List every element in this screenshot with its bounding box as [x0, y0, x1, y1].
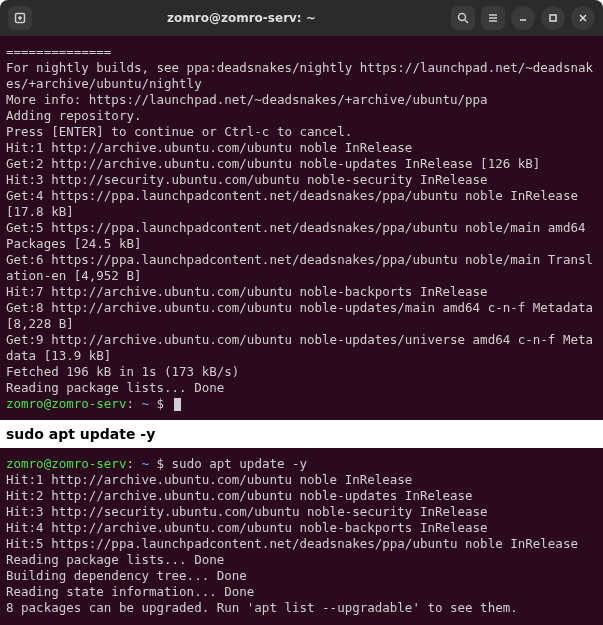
terminal-line: Hit:1 http://archive.ubuntu.com/ubuntu n…: [6, 140, 597, 156]
minimize-button[interactable]: [511, 6, 535, 30]
terminal-line: Get:5 https://ppa.launchpadcontent.net/d…: [6, 220, 597, 252]
menu-button[interactable]: [481, 6, 505, 30]
svg-point-3: [459, 14, 466, 21]
prompt-user: zomro@zomro-serv: [6, 396, 126, 411]
maximize-button[interactable]: [541, 6, 565, 30]
prompt-path: ~: [134, 396, 149, 411]
terminal-line: Get:6 https://ppa.launchpadcontent.net/d…: [6, 252, 597, 284]
svg-rect-9: [550, 15, 556, 21]
terminal-line: Building dependency tree... Done: [6, 568, 597, 584]
terminal-line: Adding repository.: [6, 108, 597, 124]
terminal-line: Hit:3 http://security.ubuntu.com/ubuntu …: [6, 504, 597, 520]
terminal-line: More info: https://launchpad.net/~deadsn…: [6, 92, 597, 108]
prompt-user: zomro@zomro-serv: [6, 456, 126, 471]
terminal-line: Get:4 https://ppa.launchpadcontent.net/d…: [6, 188, 597, 220]
terminal-line: Reading state information... Done: [6, 584, 597, 600]
window-title: zomro@zomro-serv: ~: [38, 11, 445, 25]
prompt-line: zomro@zomro-serv: ~ $ sudo apt update -y: [6, 456, 597, 472]
terminal-line: Hit:7 http://archive.ubuntu.com/ubuntu n…: [6, 284, 597, 300]
terminal-line: ==============: [6, 44, 597, 60]
terminal-line: Press [ENTER] to continue or Ctrl-c to c…: [6, 124, 597, 140]
terminal-line: For nightly builds, see ppa:deadsnakes/n…: [6, 60, 597, 92]
terminal-line: 8 packages can be upgraded. Run 'apt lis…: [6, 600, 597, 616]
terminal-line: Get:2 http://archive.ubuntu.com/ubuntu n…: [6, 156, 597, 172]
terminal-line: Hit:3 http://security.ubuntu.com/ubuntu …: [6, 172, 597, 188]
prompt-line[interactable]: zomro@zomro-serv: ~ $: [6, 396, 597, 412]
terminal-line: Hit:5 https://ppa.launchpadcontent.net/d…: [6, 536, 597, 552]
section-heading: sudo apt update -y: [0, 420, 603, 448]
terminal-line: Hit:4 http://archive.ubuntu.com/ubuntu n…: [6, 520, 597, 536]
terminal-line: Reading package lists... Done: [6, 380, 597, 396]
search-button[interactable]: [451, 6, 475, 30]
svg-line-4: [465, 20, 468, 23]
terminal-line: Hit:2 http://archive.ubuntu.com/ubuntu n…: [6, 488, 597, 504]
terminal-line: Get:9 http://archive.ubuntu.com/ubuntu n…: [6, 332, 597, 364]
titlebar: zomro@zomro-serv: ~: [0, 0, 603, 36]
close-button[interactable]: [571, 6, 595, 30]
command-text: sudo apt update -y: [172, 456, 307, 471]
terminal-line: Reading package lists... Done: [6, 552, 597, 568]
terminal-output-2[interactable]: zomro@zomro-serv: ~ $ sudo apt update -y…: [0, 448, 603, 625]
prompt-path: ~: [134, 456, 149, 471]
new-tab-button[interactable]: [8, 6, 32, 30]
terminal-window: zomro@zomro-serv: ~ ==============For ni…: [0, 0, 603, 625]
cursor: [174, 398, 181, 411]
terminal-output-1[interactable]: ==============For nightly builds, see pp…: [0, 36, 603, 420]
terminal-line: Hit:1 http://archive.ubuntu.com/ubuntu n…: [6, 472, 597, 488]
terminal-line: Get:8 http://archive.ubuntu.com/ubuntu n…: [6, 300, 597, 332]
terminal-line: Fetched 196 kB in 1s (173 kB/s): [6, 364, 597, 380]
